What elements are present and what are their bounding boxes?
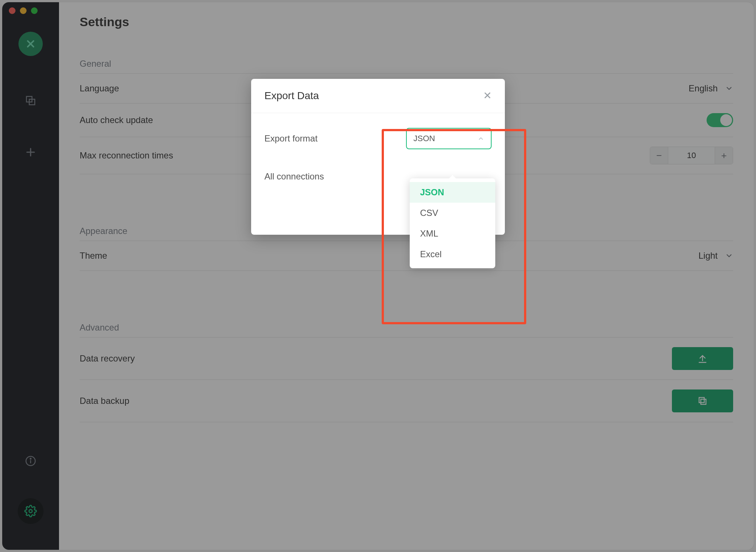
export-format-dropdown: JSON CSV XML Excel [410, 178, 495, 268]
option-json[interactable]: JSON [410, 182, 495, 203]
option-csv[interactable]: CSV [410, 203, 495, 223]
option-excel[interactable]: Excel [410, 244, 495, 265]
all-connections-label: All connections [264, 171, 324, 182]
export-format-label: Export format [264, 133, 318, 144]
close-icon[interactable]: ✕ [483, 91, 492, 101]
option-xml[interactable]: XML [410, 223, 495, 244]
chevron-up-icon [478, 135, 484, 142]
modal-title: Export Data [264, 90, 319, 102]
export-format-select[interactable]: JSON [406, 128, 492, 149]
export-format-value: JSON [413, 134, 435, 143]
